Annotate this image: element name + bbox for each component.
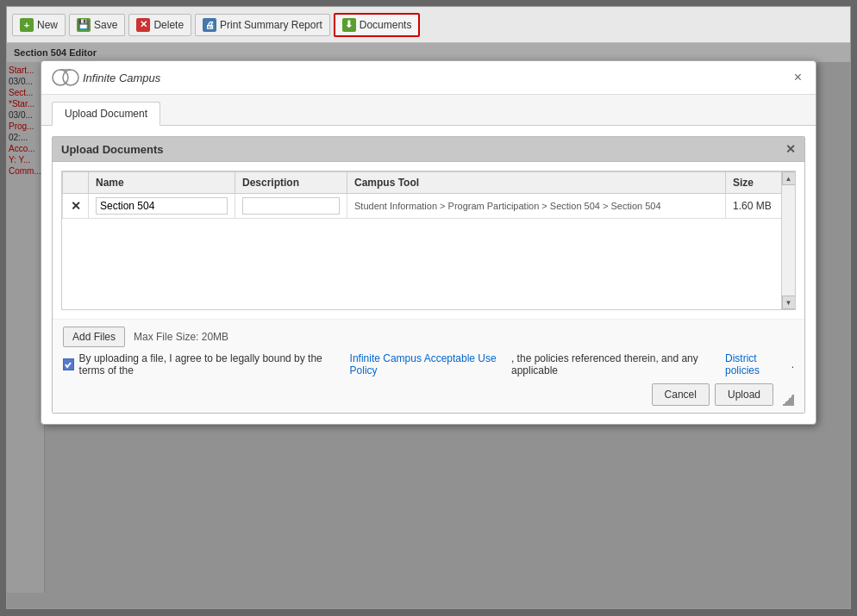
terms-text-end: .	[791, 358, 794, 370]
district-policies-link[interactable]: District policies	[725, 352, 786, 376]
upload-documents-dialog: Upload Documents ✕ Name Description	[52, 136, 805, 414]
max-size-text: Max File Size: 20MB	[134, 331, 228, 343]
dialog-close-x-button[interactable]: ✕	[785, 142, 796, 156]
print-label: Print Summary Report	[220, 19, 322, 31]
scrollbar[interactable]: ▲ ▼	[781, 171, 795, 309]
campus-tool-path: Student Information > Program Participat…	[354, 201, 661, 211]
col-name-header: Name	[89, 172, 235, 194]
table-scroll-area: Name Description Campus Tool Size	[62, 171, 795, 309]
col-description-header: Description	[235, 172, 347, 194]
acceptable-use-policy-link[interactable]: Infinite Campus Acceptable Use Policy	[350, 352, 506, 376]
terms-row: By uploading a file, I agree to be legal…	[63, 352, 794, 376]
terms-checkbox[interactable]	[63, 358, 74, 370]
delete-label: Delete	[153, 19, 184, 31]
save-label: Save	[94, 19, 117, 31]
terms-text-before: By uploading a file, I agree to be legal…	[79, 352, 345, 376]
print-button[interactable]: 🖨 Print Summary Report	[195, 14, 330, 36]
save-button[interactable]: 💾 Save	[69, 14, 125, 36]
modal-close-button[interactable]: ×	[791, 71, 805, 84]
toolbar: + New 💾 Save ✕ Delete 🖨 Print Summary Re…	[7, 7, 850, 43]
upload-modal: Infinite Campus × Upload Document Upload…	[41, 60, 816, 425]
delete-button[interactable]: ✕ Delete	[128, 14, 191, 36]
documents-icon: ⬇	[342, 18, 356, 32]
resize-handle[interactable]	[782, 394, 794, 406]
file-table-container: Name Description Campus Tool Size	[61, 171, 796, 310]
upload-button[interactable]: Upload	[715, 383, 773, 406]
table-row: ✕ Stud	[63, 194, 795, 219]
upload-dialog-title: Upload Documents	[61, 143, 163, 156]
modal-overlay: Infinite Campus × Upload Document Upload…	[7, 43, 850, 608]
remove-file-button[interactable]: ✕	[71, 199, 81, 213]
print-icon: 🖨	[203, 18, 216, 32]
file-size-value: 1.60 MB	[733, 200, 772, 212]
upload-dialog-footer: Add Files Max File Size: 20MB By uploadi…	[53, 319, 804, 413]
checkbox-check-icon	[64, 360, 72, 369]
upload-dialog-body: Name Description Campus Tool Size	[53, 162, 804, 319]
table-header-row: Name Description Campus Tool Size	[63, 172, 795, 194]
modal-header: Infinite Campus ×	[41, 61, 816, 95]
logo-text: Infinite Campus	[83, 72, 160, 84]
upload-dialog-header: Upload Documents ✕	[53, 137, 804, 162]
terms-text-mid: , the policies referenced therein, and a…	[511, 352, 720, 376]
cancel-button[interactable]: Cancel	[652, 383, 710, 406]
tab-upload-document[interactable]: Upload Document	[52, 102, 160, 126]
add-files-button[interactable]: Add Files	[63, 327, 125, 347]
footer-buttons: Cancel Upload	[63, 383, 794, 406]
description-cell	[235, 194, 347, 219]
delete-icon: ✕	[136, 18, 150, 32]
file-description-input[interactable]	[242, 197, 340, 215]
modal-logo: Infinite Campus	[52, 68, 160, 87]
documents-button[interactable]: ⬇ Documents	[334, 13, 421, 37]
svg-point-1	[63, 70, 78, 85]
new-button[interactable]: + New	[12, 14, 66, 36]
scroll-down-arrow[interactable]: ▼	[782, 296, 796, 309]
modal-tabs: Upload Document	[41, 95, 816, 126]
file-table: Name Description Campus Tool Size	[62, 171, 795, 219]
file-name-input[interactable]	[96, 197, 228, 215]
col-campus-tool-header: Campus Tool	[347, 172, 726, 194]
main-window: + New 💾 Save ✕ Delete 🖨 Print Summary Re…	[6, 6, 851, 609]
campus-tool-cell: Student Information > Program Participat…	[347, 194, 726, 219]
col-remove-header	[63, 172, 89, 194]
documents-label: Documents	[360, 19, 412, 31]
new-label: New	[37, 19, 58, 31]
campus-logo-icon	[52, 68, 79, 87]
save-icon: 💾	[77, 18, 91, 32]
footer-top: Add Files Max File Size: 20MB	[63, 327, 794, 347]
scroll-up-arrow[interactable]: ▲	[782, 171, 796, 185]
name-cell	[89, 194, 235, 219]
new-icon: +	[20, 18, 34, 32]
remove-cell: ✕	[63, 194, 89, 219]
